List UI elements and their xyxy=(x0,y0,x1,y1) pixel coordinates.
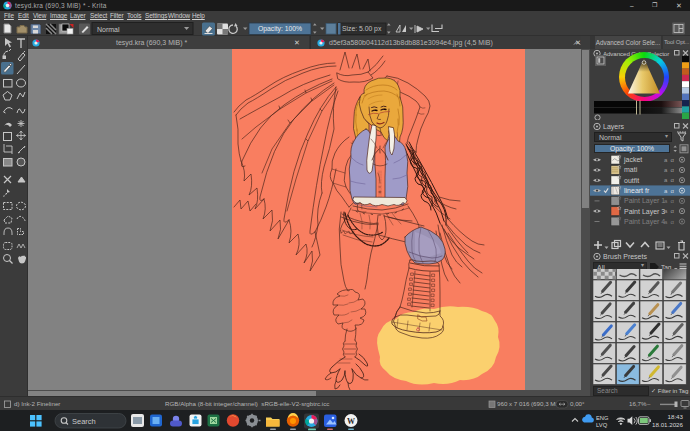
svg-text:LVQ: LVQ xyxy=(596,422,608,428)
svg-text:mati: mati xyxy=(624,166,638,173)
svg-text:lineart fr: lineart fr xyxy=(624,187,650,194)
svg-text:a: a xyxy=(664,177,668,183)
svg-text:Paint Layer 1: Paint Layer 1 xyxy=(624,197,665,205)
svg-text:Paint Layer 4: Paint Layer 4 xyxy=(624,218,665,226)
svg-text:α: α xyxy=(671,167,675,173)
svg-text:a: a xyxy=(664,198,668,204)
svg-text:Normal: Normal xyxy=(97,26,120,33)
svg-text:a: a xyxy=(664,208,668,214)
svg-text:Paint Layer 3: Paint Layer 3 xyxy=(624,208,665,216)
svg-text:α: α xyxy=(671,198,675,204)
svg-text:Size: 5.00 px: Size: 5.00 px xyxy=(342,25,382,33)
svg-text:jacket: jacket xyxy=(623,156,642,164)
svg-text:Opacity: 100%: Opacity: 100% xyxy=(258,25,302,33)
svg-text:α: α xyxy=(671,177,675,183)
svg-text:Search: Search xyxy=(72,417,96,426)
svg-text:W: W xyxy=(347,417,355,426)
svg-text:α: α xyxy=(671,208,675,214)
svg-text:a: a xyxy=(664,157,668,163)
svg-text:ENG: ENG xyxy=(596,415,609,421)
svg-text:α: α xyxy=(671,157,675,163)
svg-text:α: α xyxy=(671,219,675,225)
svg-text:outfit: outfit xyxy=(624,177,639,184)
svg-text:a: a xyxy=(664,219,668,225)
svg-text:α: α xyxy=(671,188,675,194)
svg-text:a: a xyxy=(664,167,668,173)
